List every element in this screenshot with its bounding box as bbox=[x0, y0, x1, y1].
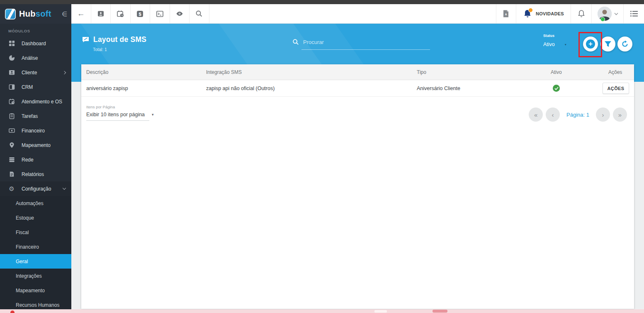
list-menu-icon bbox=[630, 10, 638, 17]
sidebar-item-mapeamento[interactable]: Mapeamento bbox=[0, 138, 71, 152]
page-indicator: Página: 1 bbox=[566, 112, 589, 118]
window-top-strip bbox=[0, 0, 644, 4]
total-count: Total: 1 bbox=[93, 47, 146, 52]
sidebar-subitem-automacoes[interactable]: Automações bbox=[0, 196, 71, 210]
pagination-row: Itens por Página Exibir 10 itens por pág… bbox=[81, 105, 634, 122]
chevron-down-icon bbox=[63, 186, 66, 190]
prev-page-button[interactable]: ‹ bbox=[546, 108, 560, 122]
first-page-button[interactable]: « bbox=[529, 108, 543, 122]
cell-integracao: zapisp api não oficial (Outros) bbox=[206, 86, 417, 91]
brand-text: Hubsoft bbox=[19, 9, 51, 19]
background-window-strip bbox=[0, 309, 644, 313]
layout-sms-card: Descrição Integração SMS Tipo Ativo Açõe… bbox=[81, 64, 634, 309]
col-header-descricao: Descrição bbox=[81, 69, 206, 75]
col-header-integracao: Integração SMS bbox=[206, 69, 417, 75]
gear-icon: ⚙ bbox=[8, 186, 15, 192]
col-header-acoes: Ações bbox=[608, 69, 634, 75]
app-window: Hubsoft ∈ MÓDULOS Dashboard Análise Clie… bbox=[0, 0, 644, 313]
status-filter[interactable]: Status Ativo ▾ bbox=[543, 34, 581, 47]
hubsoft-logo-icon bbox=[5, 9, 16, 20]
svg-text:A: A bbox=[505, 13, 507, 16]
sidebar-subitem-fiscal[interactable]: Fiscal bbox=[0, 225, 71, 240]
sidebar-item-financeiro[interactable]: Financeiro bbox=[0, 123, 71, 138]
table-row: aniversário zapisp zapisp api não oficia… bbox=[81, 80, 634, 97]
annotation-highlight-box bbox=[578, 32, 602, 57]
contact-card-icon bbox=[97, 10, 104, 17]
search-placeholder: Procurar bbox=[303, 39, 324, 45]
sidebar-collapse-icon[interactable]: ∈ bbox=[62, 10, 67, 18]
last-page-button[interactable]: » bbox=[613, 108, 627, 122]
caret-down-icon: ▾ bbox=[565, 43, 566, 46]
filter-button[interactable] bbox=[600, 37, 615, 51]
money-icon: $ bbox=[136, 10, 144, 18]
toolbar: ← $ A NOVIDADES bbox=[71, 4, 644, 24]
refresh-icon bbox=[621, 40, 629, 48]
sidebar-item-dashboard[interactable]: Dashboard bbox=[0, 36, 71, 51]
sidebar-subitem-geral[interactable]: Geral bbox=[0, 254, 71, 269]
back-arrow-icon: ← bbox=[77, 9, 85, 18]
col-header-ativo: Ativo bbox=[551, 69, 608, 75]
search-field[interactable]: Procurar bbox=[292, 39, 430, 50]
brand: Hubsoft ∈ bbox=[0, 4, 71, 24]
terminal-shortcut-button[interactable] bbox=[150, 4, 170, 23]
sidebar-item-rede[interactable]: Rede bbox=[0, 152, 71, 167]
items-per-page-label: Itens por Página bbox=[86, 105, 149, 109]
schedule-shortcut-button[interactable] bbox=[111, 4, 131, 23]
back-button[interactable]: ← bbox=[71, 4, 91, 23]
kanban-board-icon bbox=[8, 84, 15, 90]
preview-shortcut-button[interactable] bbox=[170, 4, 190, 23]
sidebar-subitem-estoque[interactable]: Estoque bbox=[0, 210, 71, 225]
novidades-button[interactable]: NOVIDADES bbox=[516, 4, 571, 23]
notifications-button[interactable] bbox=[571, 4, 591, 23]
sidebar-item-analise[interactable]: Análise bbox=[0, 51, 71, 65]
calendar-clock-icon bbox=[117, 10, 124, 18]
news-bell-icon bbox=[523, 9, 532, 19]
sidebar-subitem-mapeamento[interactable]: Mapeamento bbox=[0, 283, 71, 298]
status-filter-label: Status bbox=[543, 34, 581, 38]
background-window-dot bbox=[10, 311, 15, 313]
configuracao-group: ⚙ Configuração Automações Estoque Fiscal… bbox=[0, 181, 71, 312]
filter-funnel-icon bbox=[604, 41, 612, 47]
news-badge bbox=[528, 8, 533, 12]
col-header-tipo: Tipo bbox=[417, 69, 551, 75]
pie-chart-icon bbox=[8, 55, 15, 61]
main-area: ← $ A NOVIDADES bbox=[71, 4, 644, 313]
row-actions-button[interactable]: AÇÕES bbox=[603, 83, 629, 94]
report-document-icon bbox=[8, 171, 15, 178]
sidebar-item-configuracao[interactable]: ⚙ Configuração bbox=[0, 181, 71, 196]
sidebar-item-crm[interactable]: CRM bbox=[0, 80, 71, 94]
novidades-label: NOVIDADES bbox=[536, 11, 564, 16]
sidebar-item-cliente[interactable]: Cliente bbox=[0, 65, 71, 80]
banknote-icon bbox=[8, 127, 15, 134]
next-page-button[interactable]: › bbox=[596, 108, 610, 122]
paginator: « ‹ Página: 1 › » bbox=[529, 108, 627, 122]
cell-ativo bbox=[551, 85, 608, 92]
sidebar-item-tarefas[interactable]: Tarefas bbox=[0, 109, 71, 123]
search-icon bbox=[195, 10, 203, 17]
contact-card-icon bbox=[8, 69, 15, 76]
sidebar-item-relatorios[interactable]: Relatórios bbox=[0, 167, 71, 181]
status-filter-value: Ativo bbox=[543, 42, 555, 47]
caret-down-icon: ▾ bbox=[152, 112, 154, 117]
eye-icon bbox=[175, 10, 184, 18]
clipboard-icon bbox=[8, 113, 15, 120]
user-menu[interactable] bbox=[591, 4, 623, 23]
chevron-down-icon bbox=[614, 12, 618, 15]
notifications-bell-icon bbox=[577, 9, 586, 18]
search-shortcut-button[interactable] bbox=[190, 4, 209, 23]
refresh-button[interactable] bbox=[617, 37, 632, 51]
sms-layout-icon bbox=[82, 37, 89, 43]
active-check-icon bbox=[553, 85, 560, 92]
quick-menu-button[interactable] bbox=[623, 4, 644, 23]
contact-shortcut-button[interactable] bbox=[91, 4, 111, 23]
billing-shortcut-button[interactable]: $ bbox=[131, 4, 151, 23]
pdf-export-button[interactable]: A bbox=[496, 4, 516, 23]
terminal-icon bbox=[156, 10, 164, 18]
sidebar-subitem-financeiro[interactable]: Financeiro bbox=[0, 240, 71, 254]
sidebar-subitem-integracoes[interactable]: Integrações bbox=[0, 269, 71, 283]
sidebar-item-atendimento[interactable]: Atendimento e OS bbox=[0, 94, 71, 109]
sidebar: Hubsoft ∈ MÓDULOS Dashboard Análise Clie… bbox=[0, 4, 71, 313]
search-icon bbox=[292, 39, 299, 45]
title-block: Layout de SMS Total: 1 bbox=[82, 35, 146, 52]
items-per-page-select[interactable]: Exibir 10 itens por página ▾ bbox=[86, 112, 149, 121]
